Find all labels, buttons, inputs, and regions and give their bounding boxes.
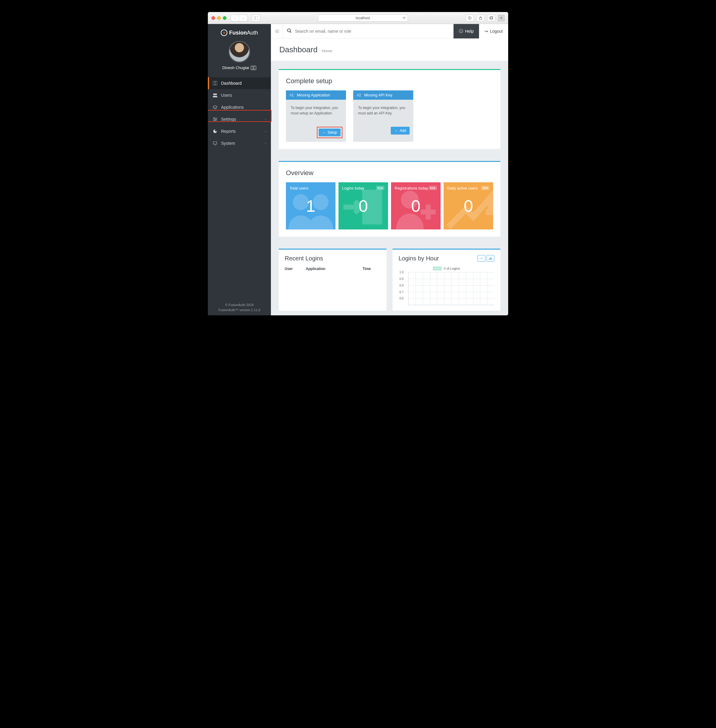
recent-logins-heading: Recent Logins <box>285 255 381 262</box>
tile-value: 0 <box>391 182 441 229</box>
sliders-icon <box>212 117 217 121</box>
col-application: Application <box>306 267 363 271</box>
address-text: localhost <box>356 16 370 20</box>
close-window-button[interactable] <box>211 16 215 20</box>
tile-total-users[interactable]: Total users 1 <box>286 182 335 229</box>
zoom-window-button[interactable] <box>223 16 226 20</box>
tile-registrations-today[interactable]: Registrations today N/A 0 <box>391 182 441 229</box>
help-button[interactable]: ⓘ Help <box>454 24 479 38</box>
back-button[interactable]: ‹ <box>231 15 239 21</box>
setup-card-api-key: #2Missing API Key To begin your integrat… <box>353 90 413 142</box>
svg-point-15 <box>214 120 215 121</box>
search-input[interactable] <box>295 29 373 33</box>
page-header: Dashboard Home <box>271 38 508 61</box>
add-button-label: Add <box>400 129 406 133</box>
svg-rect-5 <box>490 17 493 19</box>
svg-point-22 <box>287 29 290 32</box>
sidebar-item-users[interactable]: Users <box>208 89 271 101</box>
tutorial-highlight-setup-button: →Setup <box>317 127 342 138</box>
share-icon <box>479 16 482 20</box>
user-name: Dinesh Chugtai <box>223 65 249 70</box>
setup-card-application: #1Missing Application To begin your inte… <box>286 90 346 142</box>
download-icon <box>468 16 472 20</box>
tabs-button[interactable] <box>487 15 496 21</box>
svg-point-9 <box>215 93 217 95</box>
setup-button[interactable]: →Setup <box>319 129 341 136</box>
setup-panel: Complete setup #1Missing Application To … <box>279 69 501 149</box>
browser-titlebar: ‹ › localhost ⟳ + <box>208 12 508 24</box>
svg-rect-17 <box>213 142 217 144</box>
bar-chart-icon <box>488 257 492 260</box>
sidebar-item-system[interactable]: System ‹ <box>208 137 271 149</box>
col-user: User <box>285 267 306 271</box>
chevron-left-icon: ‹ <box>265 118 266 121</box>
sidebar-nav: Dashboard Users Applications Settings ‹ <box>208 77 271 149</box>
logout-button[interactable]: ↪ Logout <box>479 24 508 38</box>
brand-logo: ✦ FusionAuth <box>208 24 271 39</box>
address-bar[interactable]: localhost ⟳ <box>318 14 408 22</box>
chart-legend: # of Logins <box>399 267 495 270</box>
sidebar-item-label: Users <box>221 93 232 98</box>
help-label: Help <box>465 29 473 33</box>
card-title: Missing Application <box>297 93 330 97</box>
sidebar-item-reports[interactable]: Reports ‹ <box>208 125 271 137</box>
sidebar-item-label: Dashboard <box>221 81 242 86</box>
user-avatar[interactable] <box>229 41 250 62</box>
logout-label: Logout <box>490 29 503 33</box>
forward-button[interactable]: › <box>239 15 247 21</box>
share-button[interactable] <box>476 15 485 21</box>
y-tick: 0.8 <box>399 284 404 287</box>
pie-chart-icon <box>212 129 217 133</box>
tabs-icon <box>490 16 493 20</box>
arrow-right-icon: → <box>394 129 398 133</box>
minimize-window-button[interactable] <box>217 16 221 20</box>
col-time: Time <box>363 267 381 271</box>
tile-daily-active[interactable]: Daily active users N/A 0 <box>444 182 493 229</box>
chevron-left-icon: ‹ <box>265 142 266 145</box>
sidebar-collapse-button[interactable] <box>271 24 283 38</box>
menu-collapse-icon <box>275 29 279 33</box>
sidebar-footer: © FusionAuth 2019 FusionAuth™ version 1.… <box>208 299 271 315</box>
chevron-left-icon: ‹ <box>265 130 266 133</box>
svg-point-13 <box>214 118 215 118</box>
brand-name: FusionAuth <box>229 30 258 36</box>
tile-value: 0 <box>444 182 493 229</box>
chart-mode-bar-button[interactable] <box>487 255 495 262</box>
svg-line-23 <box>290 32 291 33</box>
sidebar-item-label: Applications <box>221 105 244 110</box>
line-chart-icon <box>479 257 483 260</box>
sidebar-item-dashboard[interactable]: Dashboard <box>208 77 271 89</box>
logo-mark-icon: ✦ <box>221 29 228 36</box>
card-number: #2 <box>357 93 361 97</box>
window-controls <box>211 16 226 20</box>
svg-rect-30 <box>491 258 492 260</box>
recent-logins-columns: User Application Time <box>285 267 381 271</box>
safari-window: ‹ › localhost ⟳ + <box>208 12 508 315</box>
reload-icon[interactable]: ⟳ <box>403 16 406 20</box>
svg-rect-4 <box>490 17 492 19</box>
logins-by-hour-panel: Logins by Hour # of Logins 0.60.70.80.91… <box>393 249 501 311</box>
id-card-icon[interactable]: ☰ <box>251 66 256 70</box>
tile-logins-today[interactable]: Logins today N/A 0 <box>338 182 388 229</box>
y-tick: 0.7 <box>399 290 404 293</box>
new-tab-button[interactable]: + <box>498 15 505 21</box>
card-title: Missing API Key <box>364 93 392 97</box>
search-icon <box>287 29 291 34</box>
recent-logins-panel: Recent Logins User Application Time <box>279 249 387 311</box>
card-body: To begin your integration, you must add … <box>353 100 413 127</box>
sidebar-item-applications[interactable]: Applications <box>208 101 271 113</box>
cube-icon <box>212 105 217 110</box>
sidebar-toggle-button[interactable] <box>252 15 260 21</box>
sidebar-item-label: Settings <box>221 117 237 121</box>
chart-mode-line-button[interactable] <box>478 255 485 262</box>
add-button[interactable]: →Add <box>391 127 410 135</box>
card-body: To begin your integration, you must setu… <box>286 100 346 127</box>
legend-label: # of Logins <box>444 267 460 270</box>
sidebar-item-settings[interactable]: Settings ‹ <box>208 113 271 125</box>
y-tick: 0.6 <box>399 297 404 300</box>
card-number: #1 <box>290 93 294 97</box>
breadcrumb: Home <box>322 49 332 53</box>
svg-rect-28 <box>489 258 490 260</box>
downloads-button[interactable] <box>466 15 474 21</box>
sidebar-icon <box>254 17 258 20</box>
